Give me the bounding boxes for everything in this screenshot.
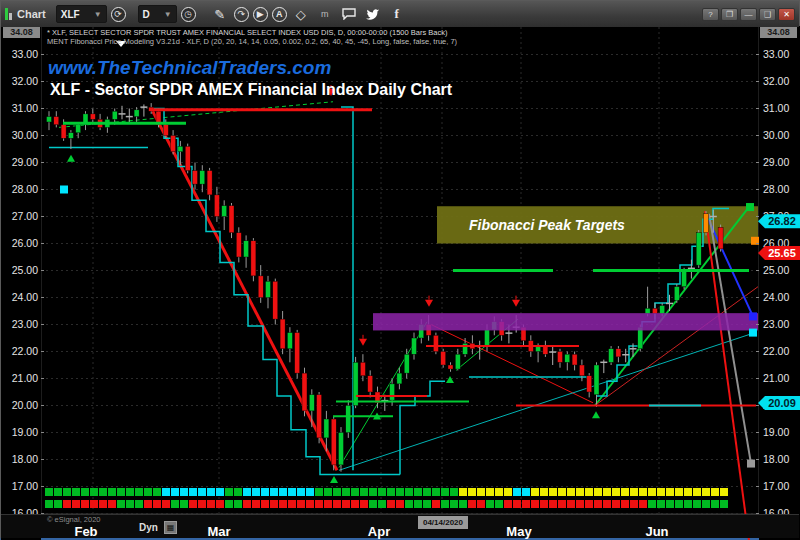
candle-body: [346, 406, 351, 433]
m-icon[interactable]: m: [315, 4, 335, 24]
restore-button[interactable]: ❐: [721, 8, 738, 21]
axis-label-left: 29.00: [12, 156, 38, 168]
eraser-icon[interactable]: ◇: [291, 4, 311, 24]
chart-app-label: Chart: [5, 8, 46, 20]
axis-label-right: 32.00: [763, 75, 789, 87]
candle-body: [295, 333, 300, 374]
heatmap-cell: [342, 500, 350, 508]
heatmap-cell: [90, 488, 98, 496]
heatmap-cell: [171, 500, 179, 508]
auto-a-icon[interactable]: A: [272, 7, 287, 22]
heatmap-cell: [333, 488, 341, 496]
heatmap-cell: [531, 500, 539, 508]
candle-body: [47, 117, 52, 122]
chart-title: XLF - Sector SPDR AMEX Financial Index D…: [50, 81, 452, 99]
candle-body: [652, 308, 657, 313]
axis-label-right: 30.00: [763, 129, 789, 141]
candle-body: [193, 171, 198, 185]
symbol-input[interactable]: XLF▼: [56, 5, 107, 23]
minimize-button[interactable]: —: [740, 8, 757, 21]
heatmap-cell: [117, 500, 125, 508]
help-button[interactable]: ?: [702, 8, 719, 21]
candle-body: [397, 373, 402, 384]
heatmap-cell: [477, 500, 485, 508]
heatmap-cell: [549, 488, 557, 496]
candle-body: [455, 354, 460, 369]
heatmap-cell: [621, 488, 629, 496]
play-icon[interactable]: ▶: [253, 7, 268, 22]
chart-window: Chart XLF▼ ⟳ D▼ ◷ ✎ ↷ ▶ A ◇ m f ? ❐ — ❑ …: [0, 0, 800, 540]
chart-bars-icon: [5, 8, 14, 20]
heatmap-cell: [423, 500, 431, 508]
watermark-link[interactable]: www.TheTechnicalTraders.com: [48, 57, 331, 79]
heatmap-cell: [486, 488, 494, 496]
candle-body: [90, 114, 95, 119]
heatmap-cell: [531, 488, 539, 496]
heatmap-cell: [171, 488, 179, 496]
twitter-icon[interactable]: [363, 4, 383, 24]
curve-arrow-icon[interactable]: ↷: [234, 7, 249, 22]
axis-label-left: 20.00: [12, 399, 38, 411]
candle-body: [412, 338, 417, 354]
candle-body: [68, 133, 73, 138]
interval-input[interactable]: D▼: [138, 5, 177, 23]
window-buttons: ? ❐ — ❑ ✕: [702, 8, 795, 21]
purple-support-zone: [373, 313, 758, 330]
candle-body: [718, 227, 723, 249]
dyn-button[interactable]: Dyn: [139, 522, 158, 533]
heatmap-cell: [378, 488, 386, 496]
heatmap-cell: [72, 500, 80, 508]
candle-body: [61, 125, 66, 139]
heatmap-cell: [396, 488, 404, 496]
heatmap-cell: [45, 500, 53, 508]
heatmap-cell: [558, 488, 566, 496]
heatmap-cell: [702, 500, 710, 508]
heatmap-cell: [261, 488, 269, 496]
maximize-button[interactable]: ❑: [759, 8, 776, 21]
candle-body: [266, 281, 271, 297]
heatmap-cell: [639, 488, 647, 496]
heatmap-cell: [585, 488, 593, 496]
facebook-icon[interactable]: f: [387, 4, 407, 24]
heatmap-cell: [684, 488, 692, 496]
heatmap-cell: [342, 488, 350, 496]
heatmap-cell: [540, 500, 548, 508]
candle-body: [134, 110, 139, 117]
candle-body: [558, 352, 563, 363]
axis-label-right: 29.00: [763, 156, 789, 168]
heatmap-cell: [486, 500, 494, 508]
axis-label-right: 23.00: [763, 318, 789, 330]
candle-body: [565, 354, 570, 362]
heatmap-cell: [441, 488, 449, 496]
candle-body: [441, 352, 446, 366]
heatmap-cell: [450, 488, 458, 496]
heatmap-cell: [702, 488, 710, 496]
axis-label-left: 28.00: [12, 183, 38, 195]
heatmap-cell: [666, 488, 674, 496]
candle-body: [251, 241, 256, 276]
candle-body: [645, 308, 650, 313]
candle-body: [674, 287, 679, 301]
chat-icon[interactable]: [339, 4, 359, 24]
axis-label-right: 31.00: [763, 102, 789, 114]
price-target-square: [749, 329, 757, 337]
axis-label-left: 31.00: [12, 102, 38, 114]
heatmap-cell: [468, 500, 476, 508]
heatmap-cell: [612, 500, 620, 508]
price-target-square: [60, 186, 68, 194]
pencil-icon[interactable]: ✎: [210, 4, 230, 24]
heatmap-cell: [612, 488, 620, 496]
heatmap-cell: [360, 500, 368, 508]
top-price-tag-text: 34.08: [10, 27, 33, 37]
candle-body: [163, 125, 168, 136]
refresh-icon[interactable]: ⟳: [111, 7, 126, 22]
axis-label-right: 22.00: [763, 345, 789, 357]
heatmap-cell: [153, 500, 161, 508]
dyn-icon[interactable]: ▦: [164, 521, 177, 534]
heatmap-cell: [495, 488, 503, 496]
heatmap-cell: [459, 500, 467, 508]
close-button[interactable]: ✕: [778, 8, 795, 21]
axis-label-left: 19.00: [12, 426, 38, 438]
heatmap-cell: [252, 488, 260, 496]
clock-icon[interactable]: ◷: [181, 7, 196, 22]
